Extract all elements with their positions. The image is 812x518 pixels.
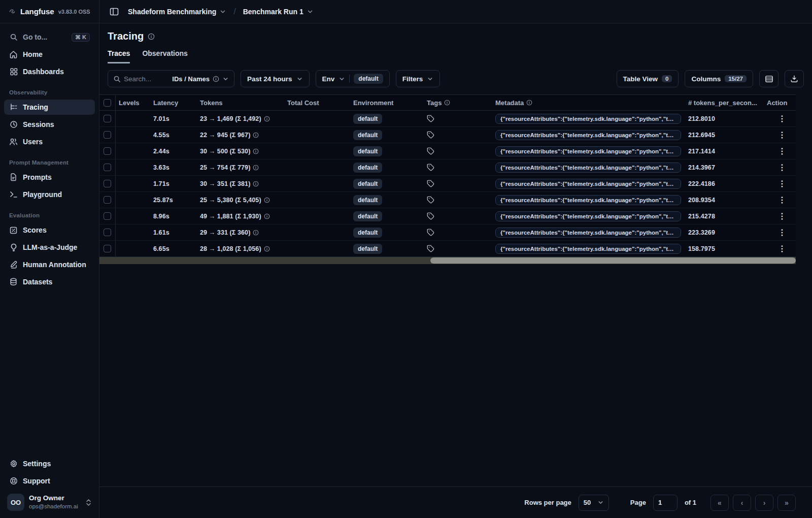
metadata-pill[interactable]: {"resourceAttributes":{"telemetry.sdk.la… (495, 163, 681, 173)
sidebar-item-settings[interactable]: Settings (4, 456, 95, 471)
sidebar-toggle-button[interactable] (107, 4, 122, 19)
column-header-total-cost[interactable]: Total Cost (284, 99, 350, 107)
sidebar-item-home[interactable]: Home (4, 47, 95, 62)
sidebar-item-prompts[interactable]: Prompts (4, 170, 95, 185)
info-icon[interactable] (253, 132, 259, 138)
kebab-menu-icon[interactable]: ⋮ (771, 244, 786, 253)
columns-button[interactable]: Columns 15/27 (685, 70, 753, 87)
row-checkbox[interactable] (99, 143, 116, 159)
info-icon[interactable] (148, 33, 155, 40)
first-page-button[interactable]: « (710, 495, 729, 511)
info-icon[interactable] (526, 100, 532, 106)
metadata-pill[interactable]: {"resourceAttributes":{"telemetry.sdk.la… (495, 130, 681, 140)
kebab-menu-icon[interactable]: ⋮ (771, 211, 786, 221)
column-header-tokens[interactable]: Tokens (197, 99, 284, 107)
row-checkbox[interactable] (99, 192, 116, 208)
metadata-pill[interactable]: {"resourceAttributes":{"telemetry.sdk.la… (495, 228, 681, 238)
column-header-environment[interactable]: Environment (350, 99, 424, 107)
export-button[interactable] (785, 70, 804, 87)
kebab-menu-icon[interactable]: ⋮ (771, 179, 786, 188)
info-icon[interactable] (253, 148, 259, 154)
tag-icon[interactable] (427, 229, 434, 236)
row-checkbox[interactable] (99, 176, 116, 191)
time-range-filter[interactable]: Past 24 hours (241, 70, 310, 87)
table-row[interactable]: 6.65s 28 → 1,028 (Σ 1,056) default {"res… (99, 241, 796, 257)
table-row[interactable]: 7.01s 23 → 1,469 (Σ 1,492) default {"res… (99, 111, 796, 127)
scrollbar-thumb[interactable] (430, 257, 796, 264)
sidebar-item-support[interactable]: Support (4, 473, 95, 489)
filters-button[interactable]: Filters (396, 70, 441, 87)
kebab-menu-icon[interactable]: ⋮ (771, 130, 786, 140)
info-icon[interactable] (253, 181, 259, 187)
info-icon[interactable] (264, 246, 270, 252)
info-icon[interactable] (253, 165, 259, 171)
metadata-pill[interactable]: {"resourceAttributes":{"telemetry.sdk.la… (495, 244, 681, 254)
user-menu[interactable]: OO Org Owner ops@shadeform.ai (4, 491, 95, 513)
row-checkbox[interactable] (99, 111, 116, 126)
row-height-button[interactable] (759, 70, 779, 87)
row-checkbox[interactable] (99, 127, 116, 143)
column-header-levels[interactable]: Levels (116, 99, 150, 107)
sidebar-item-tracing[interactable]: Tracing (4, 100, 95, 115)
env-filter[interactable]: Env default (316, 70, 390, 87)
metadata-pill[interactable]: {"resourceAttributes":{"telemetry.sdk.la… (495, 195, 681, 205)
goto-search[interactable]: Go to... ⌘ K (4, 29, 95, 45)
row-checkbox[interactable] (99, 224, 116, 240)
table-row[interactable]: 1.71s 30 → 351 (Σ 381) default {"resourc… (99, 176, 796, 192)
row-checkbox[interactable] (99, 241, 116, 256)
kebab-menu-icon[interactable]: ⋮ (771, 195, 786, 205)
table-row[interactable]: 8.96s 49 → 1,881 (Σ 1,930) default {"res… (99, 208, 796, 224)
kebab-menu-icon[interactable]: ⋮ (771, 163, 786, 172)
rows-per-page-select[interactable]: 50 (579, 495, 609, 511)
search-mode-selector[interactable]: IDs / Names (172, 75, 210, 83)
breadcrumb-project[interactable]: Benchmark Run 1 (243, 8, 314, 16)
sidebar-item-datasets[interactable]: Datasets (4, 274, 95, 289)
sidebar-item-users[interactable]: Users (4, 134, 95, 149)
column-header-latency[interactable]: Latency (150, 99, 197, 107)
metadata-pill[interactable]: {"resourceAttributes":{"telemetry.sdk.la… (495, 114, 681, 124)
sidebar-item-sessions[interactable]: Sessions (4, 117, 95, 132)
horizontal-scrollbar[interactable] (99, 257, 796, 264)
info-icon[interactable] (264, 213, 270, 219)
column-header-metadata[interactable]: Metadata (492, 99, 685, 107)
tag-icon[interactable] (427, 115, 434, 122)
info-icon[interactable] (264, 197, 270, 203)
next-page-button[interactable]: › (755, 495, 773, 511)
table-row[interactable]: 4.55s 22 → 945 (Σ 967) default {"resourc… (99, 127, 796, 143)
tag-icon[interactable] (427, 147, 434, 155)
tag-icon[interactable] (427, 245, 434, 252)
column-header-tokens-per-second[interactable]: # tokens_per_secon... (685, 99, 764, 107)
search-input[interactable] (124, 75, 169, 83)
tab-observations[interactable]: Observations (142, 49, 187, 63)
info-icon[interactable] (264, 116, 270, 122)
tab-traces[interactable]: Traces (108, 49, 130, 63)
row-checkbox[interactable] (99, 159, 116, 175)
info-icon[interactable] (444, 100, 450, 106)
tag-icon[interactable] (427, 212, 434, 220)
tag-icon[interactable] (427, 180, 434, 187)
table-row[interactable]: 3.63s 25 → 754 (Σ 779) default {"resourc… (99, 159, 796, 176)
table-row[interactable]: 25.87s 25 → 5,380 (Σ 5,405) default {"re… (99, 192, 796, 208)
table-row[interactable]: 1.61s 29 → 331 (Σ 360) default {"resourc… (99, 224, 796, 241)
table-view-button[interactable]: Table View 0 (617, 70, 679, 87)
metadata-pill[interactable]: {"resourceAttributes":{"telemetry.sdk.la… (495, 211, 681, 221)
tag-icon[interactable] (427, 196, 434, 204)
info-icon[interactable] (253, 230, 259, 236)
tag-icon[interactable] (427, 164, 434, 171)
previous-page-button[interactable]: ‹ (733, 495, 751, 511)
page-number-input[interactable] (653, 495, 678, 511)
row-checkbox[interactable] (99, 208, 116, 224)
kebab-menu-icon[interactable]: ⋮ (771, 228, 786, 237)
sidebar-item-playground[interactable]: Playground (4, 187, 95, 202)
breadcrumb-org[interactable]: Shadeform Benchmarking (128, 8, 226, 16)
metadata-pill[interactable]: {"resourceAttributes":{"telemetry.sdk.la… (495, 146, 681, 156)
tag-icon[interactable] (427, 131, 434, 139)
select-all-checkbox[interactable] (99, 95, 116, 110)
sidebar-item-dashboards[interactable]: Dashboards (4, 64, 95, 79)
info-icon[interactable] (213, 76, 219, 82)
last-page-button[interactable]: » (777, 495, 796, 511)
table-row[interactable]: 2.44s 30 → 500 (Σ 530) default {"resourc… (99, 143, 796, 159)
kebab-menu-icon[interactable]: ⋮ (771, 146, 786, 156)
sidebar-item-human-annotation[interactable]: Human Annotation (4, 257, 95, 272)
metadata-pill[interactable]: {"resourceAttributes":{"telemetry.sdk.la… (495, 179, 681, 189)
